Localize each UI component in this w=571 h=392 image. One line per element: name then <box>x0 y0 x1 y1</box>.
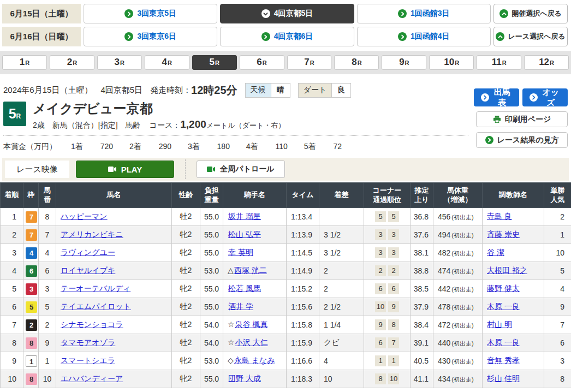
jockey-name-link[interactable]: 団野 大成 <box>228 374 261 383</box>
venue-button[interactable]: 3回東京5日 <box>84 4 217 23</box>
race-tab[interactable]: 7R <box>287 55 332 70</box>
trainer-cell: 藤野 健太 <box>483 280 544 298</box>
horse-name-link[interactable]: タマモアオゾラ <box>61 338 115 347</box>
trainer-name-link[interactable]: 音無 秀孝 <box>487 356 520 365</box>
corner-positions: 33 <box>364 226 411 244</box>
race-tab[interactable]: 5R <box>192 55 237 70</box>
horse-name-cell: ハッピーマン <box>56 208 172 226</box>
venue-button[interactable]: 4回京都5日 <box>220 4 354 23</box>
corner-positions: 33 <box>364 244 411 262</box>
carried-weight: 55.0 <box>200 244 223 262</box>
trainer-name-link[interactable]: 斉藤 崇史 <box>487 230 520 239</box>
waku-badge: 3 <box>26 283 37 295</box>
corner-position-1: 9 <box>375 319 386 330</box>
venue-button-label: 4回京都6日 <box>274 32 313 41</box>
horse-name-link[interactable]: エハバンディーア <box>61 374 123 383</box>
video-camera-icon <box>108 166 117 173</box>
prize-item: 2着 290 <box>129 142 174 151</box>
carried-weight: 55.0 <box>200 298 223 316</box>
waku-cell: 4 <box>23 244 39 262</box>
patrol-video-button[interactable]: 全周パトロール <box>197 161 285 178</box>
trainer-cell: 谷 潔 <box>483 244 544 262</box>
horse-name-link[interactable]: テーオーテバルディ <box>61 284 130 293</box>
horse-weight-note: (初出走) <box>451 232 473 239</box>
race-tab[interactable]: 12R <box>524 55 569 70</box>
horse-weight: 474 <box>438 266 450 275</box>
trainer-cell: 寺島 良 <box>483 208 544 226</box>
corner-position-2: 9 <box>388 301 399 312</box>
trainer-name-link[interactable]: 木原 一良 <box>487 338 520 347</box>
shutuba-button[interactable]: 出馬表 <box>474 88 519 106</box>
win-popularity: 7 <box>544 316 571 334</box>
corner-position-2: 6 <box>388 283 399 294</box>
horse-weight-note: (初出走) <box>451 214 473 221</box>
jockey-cell: 松山 弘平 <box>223 226 287 244</box>
race-tab[interactable]: 8R <box>334 55 379 70</box>
horse-weight-cell: 440(初出走) <box>433 334 483 352</box>
race-tab[interactable]: 1R <box>2 55 47 70</box>
back-button[interactable]: レース選択へ戻る <box>493 27 568 46</box>
odds-button[interactable]: オッズ <box>522 88 568 106</box>
corner-position-2: 3 <box>388 247 399 258</box>
prize-amount: 110 <box>276 142 288 151</box>
jockey-apprentice-mark: ☆ <box>228 338 235 347</box>
jockey-name-link[interactable]: 永島 まなみ <box>234 356 275 365</box>
trainer-name-link[interactable]: 木原 一良 <box>487 302 520 311</box>
race-tab[interactable]: 2R <box>50 55 94 70</box>
jockey-name-link[interactable]: 坂井 瑠星 <box>228 212 261 221</box>
venue-button[interactable]: 1回函館4日 <box>357 27 491 46</box>
trainer-cell: 木原 一良 <box>483 334 544 352</box>
race-tab[interactable]: 3R <box>97 55 142 70</box>
jockey-name-link[interactable]: 松若 風馬 <box>228 284 261 293</box>
column-header: 馬体重 （増減） <box>433 183 483 208</box>
jockey-name-link[interactable]: 松山 弘平 <box>228 230 261 239</box>
finish-time: 1:15.2 <box>287 280 319 298</box>
jockey-name-link[interactable]: 幸 英明 <box>228 248 253 257</box>
trainer-name-link[interactable]: 藤野 健太 <box>487 284 520 293</box>
date-row: 6月16日（日曜） 3回東京6日 4回京都6日 1回函館4日 レース選択へ戻る <box>2 27 568 46</box>
back-button-label: 開催選択へ戻る <box>511 9 562 19</box>
race-tab[interactable]: 4R <box>145 55 189 70</box>
venue-button[interactable]: 3回東京6日 <box>84 27 217 46</box>
race-tab[interactable]: 11R <box>477 55 521 70</box>
jockey-name-link[interactable]: 泉谷 楓真 <box>235 320 268 329</box>
trainer-name-link[interactable]: 谷 潔 <box>487 248 504 257</box>
horse-name-link[interactable]: スマートシエラ <box>61 356 115 365</box>
jockey-name-link[interactable]: 西塚 洸二 <box>234 266 267 275</box>
venue-button[interactable]: 1回函館3日 <box>357 4 491 23</box>
horse-name-link[interactable]: ロイヤルイブキ <box>61 266 115 275</box>
race-tab[interactable]: 6R <box>240 55 284 70</box>
trainer-name-link[interactable]: 大根田 裕之 <box>487 266 527 275</box>
prize-amount: 180 <box>217 142 230 151</box>
horse-name-link[interactable]: ラヴィングユー <box>61 248 115 257</box>
print-page-button[interactable]: 印刷用ページ <box>476 111 568 127</box>
trainer-name-link[interactable]: 杉山 佳明 <box>487 374 520 383</box>
horse-name-link[interactable]: ハッピーマン <box>61 212 108 221</box>
action-row: 出馬表 オッズ <box>474 88 568 106</box>
play-button[interactable]: PLAY <box>76 161 174 178</box>
trainer-cell: 音無 秀孝 <box>483 352 544 370</box>
race-tab[interactable]: 9R <box>382 55 426 70</box>
results-guide-button[interactable]: レース結果の見方 <box>476 132 568 148</box>
trainer-name-link[interactable]: 寺島 良 <box>487 212 512 221</box>
back-button[interactable]: 開催選択へ戻る <box>493 4 568 23</box>
jockey-name-link[interactable]: 酒井 学 <box>228 302 253 311</box>
horse-name-link[interactable]: テイエムパイロット <box>61 302 131 311</box>
table-row: 5 3 3 テーオーテバルディ 牝2 55.0 松若 風馬 1:15.2 2 6… <box>1 280 571 298</box>
horse-name-link[interactable]: アメリカンビキニ <box>61 230 123 239</box>
venue-button[interactable]: 4回京都6日 <box>220 27 354 46</box>
column-header: コーナー 通過順位 <box>364 183 411 208</box>
horse-weight-note: (初出走) <box>451 250 473 257</box>
margin: 2 <box>319 280 364 298</box>
corner-positions: 55 <box>364 208 411 226</box>
trainer-name-link[interactable]: 村山 明 <box>487 320 512 329</box>
race-tab-number: 10 <box>444 57 454 68</box>
race-tab-suffix: R <box>215 60 219 66</box>
jockey-name-link[interactable]: 小沢 大仁 <box>235 338 268 347</box>
horse-number: 10 <box>39 370 56 388</box>
race-tab-number: 1 <box>20 57 25 68</box>
race-tab[interactable]: 10R <box>429 55 474 70</box>
date-label: 6月15日（土曜） <box>2 4 81 23</box>
column-header: 枠 <box>23 183 39 208</box>
horse-name-link[interactable]: シナモンショコラ <box>61 320 123 329</box>
